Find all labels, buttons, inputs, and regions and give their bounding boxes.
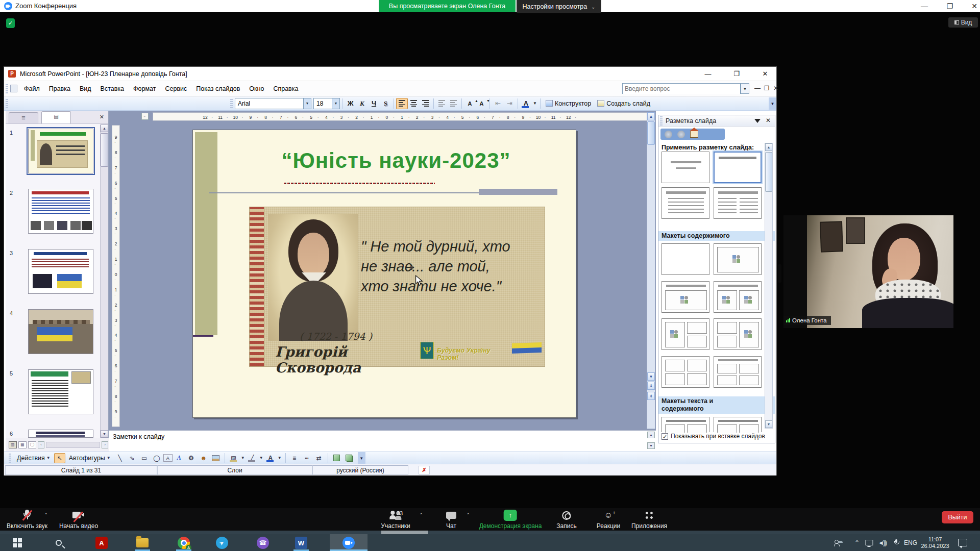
menu-7[interactable]: Показ слайдов [191,83,244,94]
line-color-button[interactable]: ╱ [247,453,258,463]
maximize-button[interactable]: ❐ [942,1,958,11]
insert-picture-button[interactable] [210,453,222,463]
unmute-button[interactable]: Включить звук [7,510,47,530]
scroll-up-button[interactable]: ▲ [647,112,655,120]
bold-button[interactable]: Ж [345,98,356,109]
layout-blank[interactable] [662,243,709,275]
shadow-style-button[interactable] [331,453,342,463]
scrollbar-thumb[interactable] [647,121,655,145]
designer-button[interactable]: Конструктор [543,98,594,109]
new-slide-button[interactable]: Создать слайд [594,98,653,109]
menu-2[interactable]: Правка [44,83,75,94]
toolbar-overflow-button[interactable]: ▼ [769,97,776,110]
fill-color-dropdown-icon[interactable]: ▼ [240,453,246,463]
tray-people-icon[interactable] [834,534,843,551]
oval-tool-button[interactable]: ◯ [151,453,162,463]
ppt-minimize-button[interactable]: — [699,69,717,79]
home-icon[interactable] [690,131,698,138]
scroll-right-button[interactable]: › [102,441,108,448]
line-color-dropdown-icon[interactable]: ▼ [259,453,264,463]
fill-color-button[interactable]: ▨ [228,453,239,463]
decrease-font-button[interactable]: A▼ [476,98,487,109]
tray-clock[interactable]: 11:07 26.04.2023 [921,534,949,551]
decrease-indent-button[interactable]: ⇤ [492,98,504,109]
participants-button[interactable]: 33 Участники [381,510,410,530]
align-right-button[interactable] [420,98,431,109]
normal-view-button[interactable]: ▥ [9,441,17,448]
arrow-tool-button[interactable]: ⇘ [127,453,138,463]
tray-volume-icon[interactable]: ◄))) [878,534,886,551]
apps-button[interactable]: Приложения [631,510,667,530]
checkbox-icon[interactable]: ✓ [662,433,668,440]
italic-button[interactable]: К [356,98,368,109]
question-dropdown-icon[interactable]: ▼ [741,83,749,94]
tray-expand-chevron[interactable]: ⌃ [854,534,860,551]
menu-3[interactable]: Вид [75,83,96,94]
scrollbar-thumb[interactable] [765,152,772,192]
scroll-down-button[interactable]: ▼ [647,372,655,381]
font-color-button[interactable]: A [520,98,532,109]
tray-language[interactable]: ENG [904,534,917,551]
reactions-button[interactable]: ☺ Реакции [597,510,620,530]
scroll-left-button[interactable]: ‹ [38,441,44,448]
design-template-name[interactable]: Слои [157,465,312,475]
select-objects-button[interactable]: ↖ [54,453,65,463]
close-pane-icon[interactable]: ✕ [100,114,104,120]
thumbnails-scrollbar[interactable]: ▲ ▼ [100,124,108,438]
taskbar-explorer[interactable] [136,536,149,549]
scroll-down-button[interactable]: ▼ [647,442,655,449]
menu-5[interactable]: Формат [129,83,160,94]
taskbar-viber[interactable]: ☎ [256,536,270,549]
start-button[interactable] [11,536,24,549]
ppt-close-button[interactable]: ✕ [756,69,774,79]
tray-network-icon[interactable] [866,534,873,551]
scroll-up-button[interactable]: ▲ [101,124,108,132]
scroll-up-button[interactable]: ▲ [765,143,772,151]
security-shield-icon[interactable]: ✓ [6,18,15,28]
line-tool-button[interactable]: ╲ [114,453,126,463]
scroll-up-button[interactable]: ▲ [647,432,655,438]
ppt-restore-button[interactable]: ❐ [728,69,745,79]
menu-1[interactable]: Файл [19,83,44,94]
layout-title-slide[interactable] [662,152,709,183]
slideshow-view-button[interactable]: 🖵 [28,441,36,448]
increase-font-button[interactable]: A▲ [464,98,476,109]
layout-two-column-text[interactable] [714,187,762,219]
slide-title[interactable]: “Юність науки-2023” [193,148,576,173]
menu-9[interactable]: Справка [268,83,303,94]
layout-title-content[interactable] [662,281,709,313]
next-slide-button[interactable]: ⇟ [647,392,655,400]
actions-menu-button[interactable]: Действия▼ [14,455,53,462]
align-left-button[interactable] [396,98,408,109]
window-edge-handle[interactable] [778,264,781,283]
diagram-button[interactable]: ❂ [186,453,197,463]
align-center-button[interactable] [408,98,420,109]
taskbar-acrobat[interactable]: A [95,536,108,549]
line-style-button[interactable]: ≡ [289,453,300,463]
wordart-button[interactable]: A [174,453,185,463]
notification-center-icon[interactable] [958,534,967,551]
doc-close-button[interactable]: ✕ [771,84,781,93]
webcam-video[interactable]: Олена Гонта [783,215,953,328]
slide-canvas[interactable]: “Юність науки-2023” " Не той дурний, хто… [192,130,576,418]
layout-content[interactable] [714,243,762,275]
layout-content-variant[interactable] [662,318,709,350]
tab-selector-icon[interactable]: ⌐ [141,113,149,120]
tray-mic-icon[interactable] [894,534,899,551]
previous-slide-button[interactable]: ⇞ [647,382,655,390]
menu-6[interactable]: Сервис [160,83,191,94]
question-box[interactable] [622,83,741,94]
font-name-combo[interactable]: Arial▼ [235,98,311,109]
close-button[interactable]: ✕ [967,1,980,11]
notes-placeholder[interactable]: Заметки к слайду [113,433,164,440]
leave-button[interactable]: Выйти [942,511,973,523]
taskbar-search-button[interactable] [52,536,65,549]
layout-text-content[interactable] [662,417,709,432]
taskbar-chrome[interactable]: A [177,536,190,549]
pane-close-icon[interactable]: ✕ [766,117,771,124]
participants-chevron[interactable]: ⌃ [419,512,423,518]
menu-4[interactable]: Вставка [96,83,129,94]
arrow-style-button[interactable]: ⇄ [313,453,325,463]
chat-button[interactable]: Чат [446,510,456,530]
dash-style-button[interactable]: ┅ [301,453,312,463]
